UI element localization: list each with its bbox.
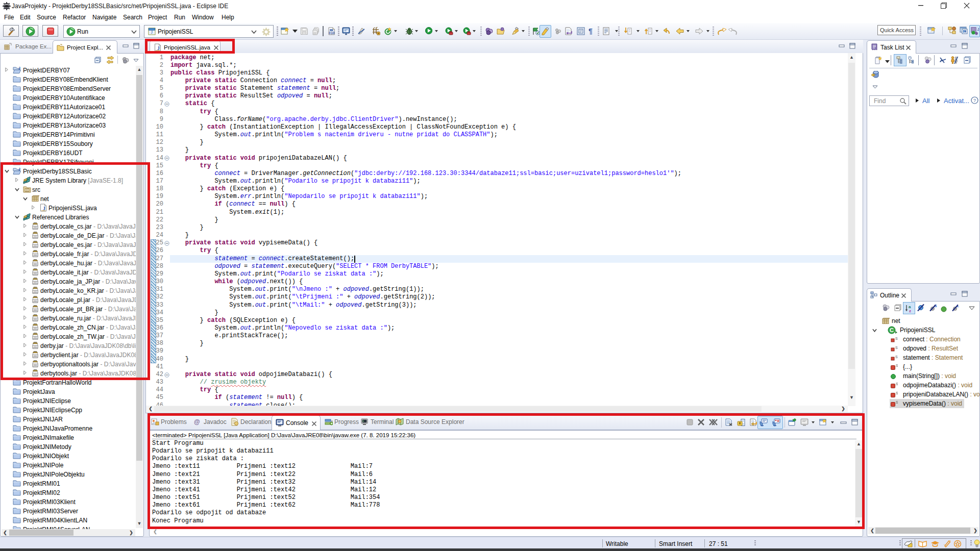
svg-text:010: 010 bbox=[329, 31, 334, 35]
svg-text:C: C bbox=[964, 30, 966, 33]
svg-text:S: S bbox=[896, 364, 898, 367]
svg-text:J: J bbox=[977, 27, 979, 32]
svg-text:S: S bbox=[895, 337, 898, 340]
svg-text:S: S bbox=[896, 382, 898, 386]
svg-text:S: S bbox=[896, 391, 898, 395]
svg-text:S: S bbox=[895, 355, 898, 359]
svg-text:S: S bbox=[895, 346, 898, 349]
svg-text:?: ? bbox=[973, 98, 976, 103]
svg-text:S: S bbox=[896, 400, 898, 404]
svg-text:C: C bbox=[890, 327, 894, 333]
